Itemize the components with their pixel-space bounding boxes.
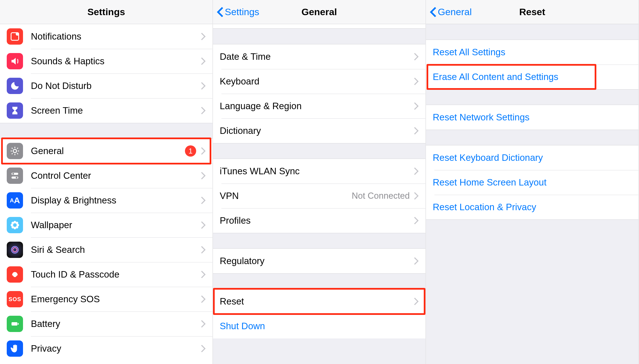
reset-row-resethome[interactable]: Reset Home Screen Layout [426,170,638,195]
chevron-right-icon [201,320,206,328]
chevron-right-icon [201,106,206,115]
row-label: Profiles [220,215,414,226]
siri-icon [7,242,23,258]
settings-row-sos[interactable]: SOS Emergency SOS [0,287,212,312]
svg-line-8 [17,153,18,154]
svg-rect-28 [18,323,19,325]
row-label: Do Not Disturb [31,81,201,91]
reset-list: Reset All Settings Erase All Content and… [426,24,638,364]
settings-row-notifications[interactable]: Notifications [0,24,212,49]
cutoff-row [213,24,425,29]
reset-row-resetall[interactable]: Reset All Settings [426,40,638,65]
settings-row-sounds[interactable]: Sounds & Haptics [0,49,212,74]
settings-row-battery[interactable]: Battery [0,312,212,336]
back-label: Settings [225,6,259,17]
sounds-icon [7,53,23,69]
chevron-right-icon [414,257,419,265]
group-separator [213,29,425,44]
general-row-dictionary[interactable]: Dictionary [213,118,425,143]
row-label: Screen Time [31,105,201,116]
hand-icon [7,340,23,357]
general-row-ituneswlan[interactable]: iTunes WLAN Sync [213,159,425,184]
reset-navbar: General Reset [426,0,638,24]
row-label: Date & Time [220,51,414,62]
settings-row-privacy[interactable]: Privacy [0,336,212,361]
settings-row-wallpaper[interactable]: Wallpaper [0,213,212,237]
settings-row-dnd[interactable]: Do Not Disturb [0,74,212,98]
settings-row-touchid[interactable]: Touch ID & Passcode [0,262,212,287]
hourglass-icon [7,102,23,119]
settings-row-siri[interactable]: Siri & Search [0,237,212,262]
svg-point-22 [12,226,14,228]
row-label: Wallpaper [31,220,201,230]
flower-icon [7,217,23,233]
general-row-regulatory[interactable]: Regulatory [213,249,425,273]
settings-row-display[interactable]: AA Display & Brightness [0,188,212,213]
row-label: Reset All Settings [433,47,632,58]
svg-point-21 [16,222,18,224]
group-separator [213,273,425,289]
general-row-vpn[interactable]: VPN Not Connected [213,184,425,208]
general-row-datetime[interactable]: Date & Time [213,44,425,69]
chevron-right-icon [201,147,206,155]
svg-point-12 [12,173,14,175]
row-label: Reset Home Screen Layout [433,177,632,188]
reset-title: Reset [519,6,545,17]
group-separator [0,123,212,139]
svg-line-10 [17,148,18,149]
reset-row-eraseall[interactable]: Erase All Content and Settings [426,65,638,89]
text-size-icon: AA [7,192,23,209]
chevron-right-icon [414,77,419,86]
chevron-right-icon [414,127,419,135]
back-label: General [438,6,472,17]
settings-list: Notifications Sounds & Haptics Do Not Di… [0,24,212,364]
moon-icon [7,78,23,94]
general-navbar: Settings General [213,0,425,24]
chevron-right-icon [201,82,206,90]
chevron-right-icon [201,246,206,254]
chevron-right-icon [414,102,419,110]
back-button[interactable]: General [430,0,472,24]
row-label: Control Center [31,170,201,181]
group-separator [426,89,638,105]
notification-badge: 1 [185,145,196,157]
row-label: Keyboard [220,76,414,87]
row-value: Not Connected [352,191,410,201]
general-row-language[interactable]: Language & Region [213,94,425,118]
chevron-right-icon [201,32,206,41]
group-separator [426,130,638,145]
svg-point-2 [13,149,17,153]
reset-row-resetkeyboard[interactable]: Reset Keyboard Dictionary [426,145,638,170]
row-label: Emergency SOS [31,294,201,305]
row-label: Reset Network Settings [433,112,632,123]
back-button[interactable]: Settings [217,0,259,24]
general-row-shutdown[interactable]: Shut Down [213,314,425,338]
chevron-right-icon [414,192,419,200]
settings-row-screentime[interactable]: Screen Time [0,98,212,123]
general-row-reset[interactable]: Reset [213,289,425,314]
chevron-right-icon [201,221,206,229]
settings-row-general[interactable]: General 1 [0,139,212,163]
chevron-right-icon [201,171,206,180]
general-row-keyboard[interactable]: Keyboard [213,69,425,94]
row-label: Notifications [31,31,201,42]
settings-row-controlcenter[interactable]: Control Center [0,163,212,188]
general-row-profiles[interactable]: Profiles [213,208,425,233]
settings-pane: Settings Notifications Sounds & Haptics … [0,0,213,364]
row-label: Display & Brightness [31,195,201,206]
chevron-right-icon [201,295,206,303]
reset-row-resetnetwork[interactable]: Reset Network Settings [426,105,638,130]
chevron-left-icon [430,6,437,18]
row-label: VPN [220,191,352,201]
group-separator [213,143,425,159]
chevron-right-icon [201,57,206,65]
svg-point-23 [16,226,18,228]
general-pane: Settings General Date & Time Keyboard La… [213,0,426,364]
reset-row-resetlocation[interactable]: Reset Location & Privacy [426,195,638,219]
svg-line-9 [12,153,13,154]
chevron-left-icon [217,6,224,18]
row-label: Reset [220,296,414,307]
row-label: Siri & Search [31,244,201,255]
row-label: Reset Location & Privacy [433,202,632,212]
row-label: Shut Down [220,321,419,331]
